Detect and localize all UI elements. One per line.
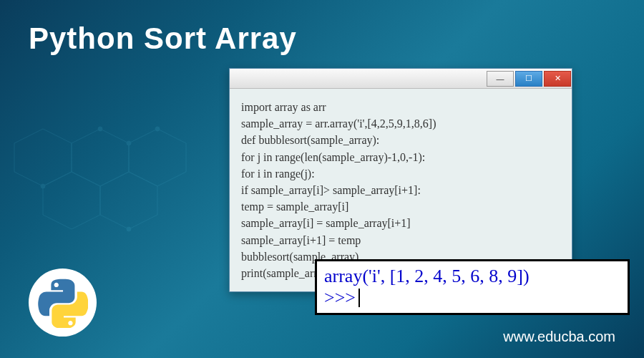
svg-point-9 [127, 227, 131, 231]
python-logo-icon [38, 278, 88, 328]
footer-url: www.educba.com [503, 329, 615, 345]
svg-point-5 [98, 127, 102, 131]
text-cursor [358, 289, 360, 307]
code-line: if sample_array[i]> sample_array[i+1]: [241, 182, 560, 198]
minimize-button[interactable]: — [487, 71, 514, 87]
python-logo [29, 268, 97, 337]
svg-point-8 [41, 184, 45, 188]
svg-point-6 [127, 141, 131, 145]
svg-marker-3 [43, 172, 100, 229]
code-line: sample_array = arr.array('i',[4,2,5,9,1,… [241, 115, 560, 132]
output-result: array('i', [1, 2, 4, 5, 6, 8, 9]) [324, 266, 620, 287]
code-line: for j in range(len(sample_array)-1,0,-1)… [241, 149, 560, 165]
close-button[interactable]: ✕ [544, 71, 571, 87]
code-line: def bubblesort(sample_array): [241, 132, 560, 148]
svg-marker-1 [129, 129, 186, 186]
page-title: Python Sort Array [29, 21, 297, 56]
svg-marker-4 [14, 129, 72, 186]
code-line: sample_array[i+1] = temp [241, 232, 560, 248]
code-line: import array as arr [241, 99, 560, 115]
svg-marker-0 [72, 129, 129, 186]
svg-marker-2 [100, 172, 157, 229]
window-titlebar: — ☐ ✕ [230, 69, 572, 89]
maximize-button[interactable]: ☐ [515, 71, 542, 87]
output-console: array('i', [1, 2, 4, 5, 6, 8, 9]) >>> [315, 259, 630, 315]
svg-point-7 [155, 127, 160, 131]
code-line: for i in range(j): [241, 165, 560, 182]
code-line: sample_array[i] = sample_array[i+1] [241, 215, 560, 231]
prompt-line[interactable]: >>> [324, 287, 620, 309]
code-line: temp = sample_array[i] [241, 198, 560, 215]
repl-prompt: >>> [324, 287, 356, 309]
